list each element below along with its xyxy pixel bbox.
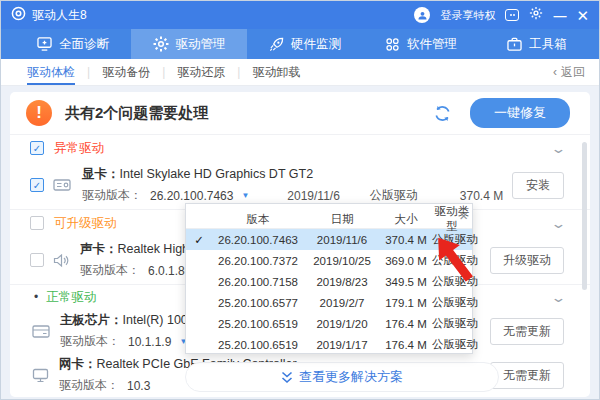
gpu-kind: 公版驱动 — [370, 187, 418, 204]
version-popup: 版本 日期 大小 驱动类型 × ✓ 26.20.100.74632019/11/… — [185, 203, 473, 354]
version-dropdown-icon[interactable]: ▼ — [241, 191, 249, 200]
warning-icon: ! — [26, 100, 52, 126]
gpu-checkbox[interactable]: ✓ — [30, 178, 44, 192]
double-chevron-down-icon — [281, 371, 293, 384]
network-version-label: 驱动版本： — [59, 377, 119, 394]
gpu-date: 2019/11/6 — [287, 189, 340, 203]
app-logo-icon — [11, 6, 26, 25]
subtab-driver-backup[interactable]: 驱动备份 — [90, 59, 162, 85]
user-avatar-icon[interactable] — [414, 7, 430, 23]
abnormal-label: 异常驱动 — [54, 140, 104, 157]
subtab-driver-uninstall[interactable]: 驱动卸载 — [240, 59, 312, 85]
subtab-driver-check[interactable]: 驱动体检 — [15, 59, 87, 85]
version-row[interactable]: 26.20.100.71582019/8/23349.5 M公版驱动 — [186, 271, 472, 292]
back-button[interactable]: ‹ 返回 — [553, 64, 585, 81]
selected-check-icon: ✓ — [186, 233, 212, 247]
toolbox-icon — [507, 37, 522, 51]
tab-hardware-monitor[interactable]: 硬件监测 — [247, 29, 363, 59]
tab-toolbox[interactable]: 工具箱 — [479, 29, 595, 59]
gpu-type-label: 显卡： — [82, 167, 120, 181]
titlebar: 驱动人生8 登录享特权 — ✕ — [1, 1, 599, 29]
one-click-fix-button[interactable]: 一键修复 — [470, 98, 570, 128]
gpu-size: 370.4 M — [460, 189, 503, 203]
main-nav: 全面诊断 驱动管理 硬件监测 软件管理 工具箱 — [1, 29, 599, 59]
content-area: ! 共有2个问题需要处理 一键修复 ✓ 异常驱动 ⌄ ✓ — [1, 86, 599, 400]
normal-bullet: • — [34, 290, 38, 304]
minimize-button[interactable]: — — [553, 9, 566, 22]
more-solutions-button[interactable]: 查看更多解决方案 — [185, 362, 499, 392]
abnormal-checkbox[interactable]: ✓ — [30, 141, 44, 155]
upgrade-button[interactable]: 升级驱动 — [490, 247, 564, 274]
normal-label: 正常驱动 — [46, 289, 96, 306]
sub-nav: 驱动体检 | 驱动备份 | 驱动还原 | 驱动卸载 ‹ 返回 — [1, 59, 599, 86]
network-version: 10.3 — [127, 379, 150, 393]
app-title: 驱动人生8 — [32, 7, 87, 24]
audio-checkbox[interactable] — [30, 253, 44, 267]
app-window: 驱动人生8 登录享特权 — ✕ 全面诊断 驱动管理 硬件监测 — [0, 0, 600, 400]
refresh-icon[interactable] — [433, 104, 452, 123]
modules-icon — [385, 37, 400, 52]
gpu-version-label: 驱动版本： — [82, 187, 142, 204]
collapse-chevron-icon[interactable]: ⌄ — [550, 290, 566, 305]
speaker-icon — [53, 253, 70, 268]
install-button[interactable]: 安装 — [512, 172, 564, 199]
network-type-label: 网卡： — [59, 357, 97, 371]
collapse-chevron-icon[interactable]: ⌄ — [550, 216, 566, 231]
gear-icon — [153, 36, 169, 52]
version-row[interactable]: 25.20.100.65192019/1/17176.4 M公版驱动 — [186, 334, 472, 355]
summary-title: 共有2个问题需要处理 — [65, 104, 208, 123]
tab-driver-management[interactable]: 驱动管理 — [131, 29, 247, 59]
driver-row-gpu: ✓ 显卡：Intel Skylake HD Graphics DT GT2 驱动… — [10, 161, 590, 209]
upgradable-label: 可升级驱动 — [54, 215, 117, 232]
subtab-driver-restore[interactable]: 驱动还原 — [165, 59, 237, 85]
tab-software-management[interactable]: 软件管理 — [363, 29, 479, 59]
gpu-card-icon — [53, 178, 72, 193]
gpu-version: 26.20.100.7463 — [150, 189, 233, 203]
no-update-button[interactable]: 无需更新 — [490, 362, 564, 389]
chipset-icon — [32, 324, 50, 339]
popup-close-icon[interactable]: × — [459, 205, 468, 226]
no-update-button[interactable]: 无需更新 — [490, 318, 564, 345]
rocket-icon — [269, 37, 284, 52]
popup-header: 版本 日期 大小 驱动类型 × — [186, 204, 472, 229]
audio-version-label: 驱动版本： — [80, 262, 140, 279]
gpu-name: Intel Skylake HD Graphics DT GT2 — [120, 167, 314, 181]
back-arrow-icon: ‹ — [553, 65, 557, 79]
chipset-type-label: 主板芯片： — [60, 313, 123, 327]
audio-type-label: 声卡： — [80, 242, 118, 256]
login-link[interactable]: 登录享特权 — [440, 8, 495, 23]
section-abnormal-drivers: ✓ 异常驱动 ⌄ — [10, 135, 590, 161]
collapse-chevron-icon[interactable]: ⌄ — [550, 141, 566, 156]
monitor-icon — [37, 37, 52, 51]
tab-full-diagnosis[interactable]: 全面诊断 — [15, 29, 131, 59]
col-version: 版本 — [212, 212, 304, 227]
col-date: 日期 — [304, 212, 380, 227]
col-size: 大小 — [380, 212, 432, 227]
driver-check-panel: ! 共有2个问题需要处理 一键修复 ✓ 异常驱动 ⌄ ✓ — [10, 92, 590, 397]
network-adapter-icon — [32, 368, 49, 383]
settings-icon[interactable] — [529, 6, 543, 24]
summary-header: ! 共有2个问题需要处理 一键修复 — [10, 92, 590, 134]
chipset-version-label: 驱动版本： — [60, 333, 120, 350]
feedback-icon[interactable] — [505, 9, 519, 21]
version-row[interactable]: 25.20.100.65772019/2/7179.1 M公版驱动 — [186, 292, 472, 313]
chipset-version: 10.1.1.9 — [128, 335, 171, 349]
upgradable-checkbox[interactable] — [30, 216, 44, 230]
close-button[interactable]: ✕ — [576, 8, 589, 23]
version-row[interactable]: 25.20.100.65192019/1/20176.4 M公版驱动 — [186, 313, 472, 334]
scrollbar-thumb[interactable] — [582, 142, 587, 290]
version-row[interactable]: 26.20.100.73722019/10/25369.0 M公版驱动 — [186, 250, 472, 271]
